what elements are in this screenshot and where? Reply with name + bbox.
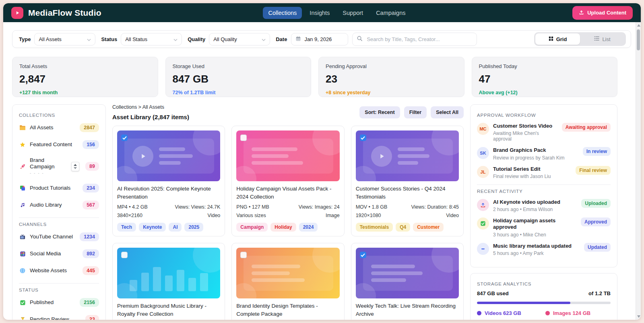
asset-views: Views: Duration: 8:45 [411,204,459,210]
asset-card[interactable]: Customer Success Stories - Q4 2024 Testi… [351,126,464,236]
type-select[interactable]: All Assets [34,33,95,46]
asset-card[interactable]: Holiday Campaign Visual Assets Pack - 20… [231,126,344,236]
layers-icon [19,185,26,191]
asset-checkbox[interactable] [360,252,366,258]
sidebar-item-brand-campaign[interactable]: Brand Campaign- - - - 89 [19,153,99,180]
activity-item-subtitle: 5 hours ago • Amy Park [493,251,580,256]
stat-card-pending-approval: Pending Approval 23 +8 since yesterday [318,57,464,97]
tag-campaign[interactable]: Campaign [236,223,268,232]
upload-content-button[interactable]: Upload Content [572,6,633,20]
approval-workflow-list: MC Customer Stories Video Awaiting Mike … [477,123,611,179]
workflow-item[interactable]: SK Brand Graphics Pack Review in progres… [477,147,611,160]
asset-grid: AI Revolution 2025: Complete Keynote Pre… [112,126,464,320]
tag-2025[interactable]: 2025 [184,223,203,232]
sidebar-item-youtube-channel[interactable]: YouTube Channel 1234 [19,228,99,245]
drag-dashes: - - - - [30,171,68,176]
chevron-down-icon [262,36,266,42]
sidebar-item-featured-content[interactable]: Featured Content 156 [19,136,99,153]
quality-select[interactable]: All Quality [209,33,270,46]
asset-card[interactable]: Brand Identity Design Templates - Comple… [231,243,344,320]
workflow-item[interactable]: MC Customer Stories Video Awaiting Mike … [477,123,611,142]
status-badge: Approved [581,217,611,226]
sidebar-item-published[interactable]: Published 2156 [19,294,99,311]
grid-icon [549,36,553,42]
stepper-up-icon[interactable] [74,164,77,166]
asset-checkbox[interactable] [121,135,128,141]
avatar: MC [477,123,489,135]
count-stepper[interactable] [71,162,79,171]
toolbar-button-sort-recent[interactable]: Sort: Recent [359,106,400,118]
hourglass-icon [19,317,26,320]
asset-format-size: MP4 • 4.2 GB [117,204,148,210]
stat-card-total-assets: Total Assets 2,847 +127 this month [12,57,158,97]
scrollbar-thumb[interactable] [637,29,640,50]
scroll-up-arrow-icon[interactable] [637,24,640,27]
tag-q4[interactable]: Q4 [396,223,410,232]
storage-used-label: 847 GB used [477,290,509,296]
sidebar-item-label: Pending Review [30,316,82,320]
sidebar-item-product-tutorials[interactable]: Product Tutorials 234 [19,180,99,197]
tag-testimonials[interactable]: Testimonials [356,223,393,232]
toolbar-button-select-all[interactable]: Select All [431,106,464,118]
asset-card[interactable]: Premium Background Music Library - Royal… [112,243,225,320]
activity-item-title: AI Keynote video uploaded [493,199,577,205]
nav-collections[interactable]: Collections [263,7,302,19]
grid-view-button[interactable]: Grid [535,33,580,45]
app-header: MediaFlow Studio CollectionsInsightsSupp… [3,3,641,22]
list-view-button[interactable]: List [580,33,625,45]
avatar: SK [477,147,489,159]
activity-item[interactable]: Holiday campaign assets approved 3 hours… [477,217,611,238]
asset-checkbox[interactable] [360,135,366,141]
collections-sidebar: COLLECTIONS All Assets 2847 Featured Con… [12,104,106,320]
sidebar-item-audio-library[interactable]: Audio Library 567 [19,197,99,213]
thumbnail-placeholder [244,256,333,291]
workflow-item[interactable]: JL Tutorial Series Edit Final review wit… [477,166,611,179]
status-select[interactable]: All Status [121,33,182,46]
date-value: Jan 9, 2026 [304,36,332,42]
asset-checkbox[interactable] [121,252,128,258]
tag-holiday[interactable]: Holiday [270,223,296,232]
play-icon [132,146,153,167]
sidebar-item-social-media[interactable]: Social Media 892 [19,245,99,262]
count-badge: 2847 [80,123,99,132]
nav-insights[interactable]: Insights [304,7,335,19]
asset-thumbnail [356,130,459,181]
sidebar-item-website-assets[interactable]: Website Assets 445 [19,262,99,279]
count-badge: 156 [83,140,99,149]
asset-checkbox[interactable] [240,252,247,258]
tag-ai[interactable]: AI [169,223,182,232]
vertical-scrollbar[interactable] [636,22,641,320]
stat-value: 47 [479,73,611,85]
tag-2024[interactable]: 2024 [299,223,318,232]
tag-customer[interactable]: Customer [413,223,444,232]
search-input[interactable] [366,36,473,43]
storage-legend-item: Images 124 GB [545,310,611,316]
sidebar-item-all-assets[interactable]: All Assets 2847 [19,119,99,136]
asset-card[interactable]: AI Revolution 2025: Complete Keynote Pre… [112,126,225,236]
stat-delta: +127 this month [19,90,151,95]
asset-card[interactable]: Weekly Tech Talk: Live Stream Recording … [351,243,464,320]
tag-tech[interactable]: Tech [117,223,136,232]
date-picker[interactable]: Jan 9, 2026 [291,33,348,46]
app-title: MediaFlow Studio [28,8,101,18]
select-value: All Assets [39,36,61,42]
tag-list: TechKeynoteAI2025 [117,223,220,232]
workflow-activity-panel: APPROVAL WORKFLOW MC Customer Stories Vi… [470,104,617,267]
activity-item[interactable]: Music library metadata updated 5 hours a… [477,243,611,256]
asset-checkbox[interactable] [240,135,247,141]
activity-item[interactable]: AI Keynote video uploaded 2 hours ago • … [477,199,611,212]
nav-support[interactable]: Support [337,7,368,19]
upload-icon [477,199,489,211]
rocket-icon [19,164,26,170]
search-box [352,33,477,46]
tag-keynote[interactable]: Keynote [139,223,166,232]
globe-icon [19,267,26,274]
nav-campaigns[interactable]: Campaigns [371,7,411,19]
stepper-down-icon[interactable] [74,167,77,169]
thumbnail-placeholder [124,139,214,174]
sidebar-item-pending-review[interactable]: Pending Review 23 [19,311,99,320]
workflow-item-subtitle: Awaiting Mike Chen's approval [493,130,558,142]
scroll-down-arrow-icon[interactable] [637,315,640,318]
toolbar-button-filter[interactable]: Filter [404,106,427,118]
stat-delta: +8 since yesterday [326,90,457,95]
